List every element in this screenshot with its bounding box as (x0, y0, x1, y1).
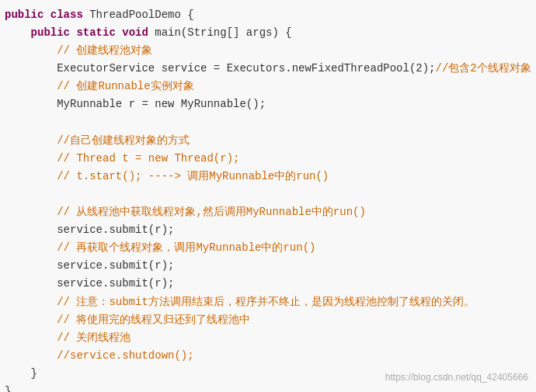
code-line: // t.start(); ----> 调用MyRunnable中的run() (5, 168, 531, 186)
code-line: public static void main(String[] args) { (5, 24, 531, 42)
code-line: // 将使用完的线程又归还到了线程池中 (5, 311, 531, 329)
code-token: // 再获取个线程对象，调用MyRunnable中的run() (5, 241, 315, 254)
code-line: // 再获取个线程对象，调用MyRunnable中的run() (5, 239, 531, 257)
code-line: public class ThreadPoolDemo { (5, 6, 531, 24)
code-line: // Thread t = new Thread(r); (5, 150, 531, 168)
code-container: public class ThreadPoolDemo { public sta… (0, 0, 536, 392)
code-line: //service.shutdown(); (5, 347, 531, 365)
code-token: // 将使用完的线程又归还到了线程池中 (5, 314, 250, 326)
code-token: service.submit(r); (5, 224, 174, 236)
code-token: ExecutorService service = Executors.newF… (5, 62, 436, 75)
code-line: service.submit(r); (5, 275, 531, 293)
code-token: // Thread t = new Thread(r); (5, 152, 239, 165)
code-token: public static void (5, 26, 155, 39)
code-token: // 创建线程池对象 (5, 44, 152, 57)
code-line (5, 114, 531, 132)
code-line: // 注意：submit方法调用结束后，程序并不终止，是因为线程池控制了线程的关… (5, 293, 531, 311)
code-line: ExecutorService service = Executors.newF… (5, 60, 531, 78)
code-line (5, 186, 531, 203)
code-line: MyRunnable r = new MyRunnable(); (5, 95, 531, 113)
code-token: //包含2个线程对象 (436, 62, 531, 75)
code-line: service.submit(r); (5, 221, 531, 239)
code-token: service.submit(r); (5, 277, 174, 290)
code-token: ThreadPoolDemo { (89, 9, 193, 21)
code-line: //自己创建线程对象的方式 (5, 132, 531, 150)
code-token: } (5, 385, 11, 392)
code-token: main(String[] args) { (155, 26, 291, 39)
code-line: service.submit(r); (5, 257, 531, 275)
watermark: https://blog.csdn.net/qq_42405666 (385, 370, 528, 386)
code-line: // 创建线程池对象 (5, 42, 531, 60)
code-token: // 创建Runnable实例对象 (5, 80, 194, 92)
code-token: } (5, 367, 37, 380)
code-token: MyRunnable r = new MyRunnable(); (5, 98, 266, 110)
code-token: // 从线程池中获取线程对象,然后调用MyRunnable中的run() (5, 206, 366, 218)
code-block: public class ThreadPoolDemo { public sta… (5, 6, 531, 392)
code-token: public class (5, 9, 89, 21)
code-token: // t.start(); ----> 调用MyRunnable中的run() (5, 170, 329, 182)
code-token: // 注意：submit方法调用结束后，程序并不终止，是因为线程池控制了线程的关… (5, 296, 475, 308)
code-token: service.submit(r); (5, 259, 174, 272)
code-token: //自己创建线程对象的方式 (5, 134, 190, 147)
code-line: // 关闭线程池 (5, 329, 531, 347)
code-line: // 创建Runnable实例对象 (5, 78, 531, 95)
code-token: //service.shutdown(); (5, 349, 194, 362)
code-token: // 关闭线程池 (5, 331, 131, 344)
code-line: // 从线程池中获取线程对象,然后调用MyRunnable中的run() (5, 203, 531, 221)
